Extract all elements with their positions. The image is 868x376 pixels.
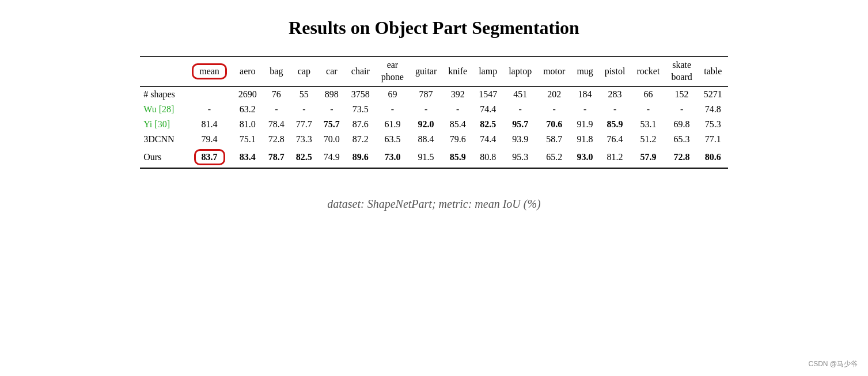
cell-knife: 85.4 <box>442 117 473 132</box>
cell-skate: 152 <box>665 86 698 102</box>
cell-mean: 83.7 <box>186 147 233 168</box>
cell-rocket: 51.2 <box>631 132 665 147</box>
cell-bag: 78.7 <box>263 147 290 168</box>
cell-car: 75.7 <box>318 117 346 132</box>
table-caption: dataset: ShapeNetPart; metric: mean IoU … <box>327 198 540 211</box>
cell-method: Yi [30] <box>140 117 186 132</box>
cell-table: 77.1 <box>698 132 728 147</box>
cell-ear: 61.9 <box>376 117 410 132</box>
cell-skate: 69.8 <box>665 117 698 132</box>
cell-guitar: 91.5 <box>410 147 442 168</box>
cell-cap: 55 <box>290 86 318 102</box>
cell-mug: 91.9 <box>571 117 598 132</box>
col-ear: earphone <box>376 56 410 86</box>
cell-table: 75.3 <box>698 117 728 132</box>
cell-cap: 82.5 <box>290 147 318 168</box>
table-row: 3DCNN79.475.172.873.370.087.263.588.479.… <box>140 132 728 147</box>
cell-cap: 73.3 <box>290 132 318 147</box>
col-mean: mean <box>186 56 233 86</box>
col-car: car <box>318 56 346 86</box>
cell-motor: 58.7 <box>537 132 571 147</box>
cell-mean: - <box>186 102 233 117</box>
results-table: mean aero bag cap car chair earphone gui… <box>140 56 728 169</box>
mean-header-circle: mean <box>192 63 227 79</box>
cell-ear: 73.0 <box>376 147 410 168</box>
cell-motor: 202 <box>537 86 571 102</box>
cell-laptop: 95.3 <box>503 147 537 168</box>
cell-table: 80.6 <box>698 147 728 168</box>
cell-ear: - <box>376 102 410 117</box>
cell-mug: 184 <box>571 86 598 102</box>
cell-aero: 83.4 <box>233 147 263 168</box>
cell-cap: 77.7 <box>290 117 318 132</box>
cell-chair: 73.5 <box>346 102 376 117</box>
cell-motor: 65.2 <box>537 147 571 168</box>
col-motor: motor <box>537 56 571 86</box>
col-laptop: laptop <box>503 56 537 86</box>
col-bag: bag <box>263 56 290 86</box>
cell-bag: - <box>263 102 290 117</box>
cell-pistol: 85.9 <box>599 117 631 132</box>
cell-table: 5271 <box>698 86 728 102</box>
watermark: CSDN @马少爷 <box>808 359 858 369</box>
cell-lamp: 1547 <box>473 86 503 102</box>
page-title: Results on Object Part Segmentation <box>289 17 579 39</box>
cell-rocket: - <box>631 102 665 117</box>
cell-rocket: 66 <box>631 86 665 102</box>
cell-ear: 63.5 <box>376 132 410 147</box>
cell-mean <box>186 86 233 102</box>
cell-guitar: 92.0 <box>410 117 442 132</box>
cell-motor: 70.6 <box>537 117 571 132</box>
cell-aero: 81.0 <box>233 117 263 132</box>
col-mug: mug <box>571 56 598 86</box>
cell-chair: 3758 <box>346 86 376 102</box>
cell-skate: 72.8 <box>665 147 698 168</box>
table-row: Ours83.783.478.782.574.989.673.091.585.9… <box>140 147 728 168</box>
col-chair: chair <box>346 56 376 86</box>
cell-laptop: 93.9 <box>503 132 537 147</box>
cell-rocket: 57.9 <box>631 147 665 168</box>
cell-skate: 65.3 <box>665 132 698 147</box>
table-header-row: mean aero bag cap car chair earphone gui… <box>140 56 728 86</box>
cell-chair: 89.6 <box>346 147 376 168</box>
col-aero: aero <box>233 56 263 86</box>
cell-laptop: 451 <box>503 86 537 102</box>
col-rocket: rocket <box>631 56 665 86</box>
cell-knife: 79.6 <box>442 132 473 147</box>
cell-method: # shapes <box>140 86 186 102</box>
cell-car: 70.0 <box>318 132 346 147</box>
cell-cap: - <box>290 102 318 117</box>
col-skate: skateboard <box>665 56 698 86</box>
table-row: Wu [28]-63.2---73.5---74.4------74.8 <box>140 102 728 117</box>
cell-guitar: 787 <box>410 86 442 102</box>
cell-guitar: 88.4 <box>410 132 442 147</box>
cell-car: 74.9 <box>318 147 346 168</box>
cell-chair: 87.2 <box>346 132 376 147</box>
col-knife: knife <box>442 56 473 86</box>
col-pistol: pistol <box>599 56 631 86</box>
cell-car: 898 <box>318 86 346 102</box>
table-row: Yi [30]81.481.078.477.775.787.661.992.08… <box>140 117 728 132</box>
col-method <box>140 56 186 86</box>
cell-knife: 392 <box>442 86 473 102</box>
cell-mug: 91.8 <box>571 132 598 147</box>
cell-rocket: 53.1 <box>631 117 665 132</box>
cell-mean: 81.4 <box>186 117 233 132</box>
cell-lamp: 74.4 <box>473 102 503 117</box>
cell-skate: - <box>665 102 698 117</box>
cell-aero: 75.1 <box>233 132 263 147</box>
cell-lamp: 82.5 <box>473 117 503 132</box>
cell-mug: - <box>571 102 598 117</box>
cell-knife: - <box>442 102 473 117</box>
col-lamp: lamp <box>473 56 503 86</box>
cell-ear: 69 <box>376 86 410 102</box>
table-wrapper: mean aero bag cap car chair earphone gui… <box>23 56 845 169</box>
cell-pistol: - <box>599 102 631 117</box>
cell-motor: - <box>537 102 571 117</box>
cell-mug: 93.0 <box>571 147 598 168</box>
cell-chair: 87.6 <box>346 117 376 132</box>
cell-bag: 76 <box>263 86 290 102</box>
cell-pistol: 81.2 <box>599 147 631 168</box>
cell-car: - <box>318 102 346 117</box>
cell-guitar: - <box>410 102 442 117</box>
